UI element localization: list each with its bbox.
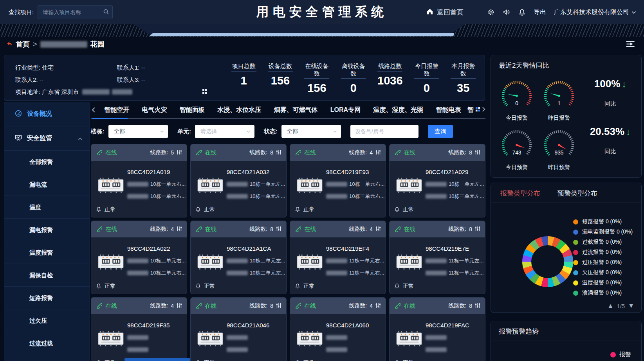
device-type-tab[interactable]: 智能电表 xyxy=(432,106,465,114)
stat-value: 0 xyxy=(350,82,357,95)
page-up-icon[interactable]: ▲ xyxy=(607,302,613,309)
status-select[interactable]: 全部 xyxy=(281,125,341,138)
project-search-input[interactable] xyxy=(38,9,125,15)
horizontal-scrollbar-thumb[interactable] xyxy=(124,358,190,361)
gauge: 1 昨日报警 xyxy=(538,78,580,122)
device-card[interactable]: 在线 线路数: 8 98CC4D21A029 10栋三单元左... 10栋三单元… xyxy=(389,144,485,217)
sliders-icon[interactable] xyxy=(375,226,381,233)
back-home-button[interactable]: 返回首页 xyxy=(426,8,464,17)
device-card[interactable]: 在线 线路数: 8 98CC4D21A032 10栋一单元左... 10栋一单元… xyxy=(190,144,287,217)
lines-label: 线路数: xyxy=(249,149,267,156)
lines-count: 8 xyxy=(270,303,273,309)
gauge-grid: 0 今日报警 1 昨日报警 xyxy=(496,78,584,171)
tab-scroll-left-icon[interactable] xyxy=(91,107,96,113)
bell-icon[interactable] xyxy=(518,9,526,16)
home-icon xyxy=(426,8,434,17)
stat-value: 35 xyxy=(457,82,469,95)
device-card[interactable]: 在线 线路数: 8 98CC4D219E7E 11栋一单元左... 11栋一单元… xyxy=(389,221,485,294)
stat-label: 设备总数 xyxy=(268,62,293,72)
sliders-icon[interactable] xyxy=(375,303,381,309)
legend-dot xyxy=(573,260,578,265)
sidebar-subitem[interactable]: 漏电流 xyxy=(4,173,90,196)
sidebar-subitem[interactable]: 温度报警 xyxy=(4,241,90,264)
circuit-breaker-image xyxy=(197,177,224,195)
device-type-tab[interactable]: 智能空开 xyxy=(100,106,133,114)
sidebar-item-device-overview[interactable]: 设备概况 xyxy=(4,102,90,126)
collapse-panel-icon[interactable] xyxy=(626,41,635,49)
lines-count: 5 xyxy=(171,149,174,156)
device-card[interactable]: 在线 线路数: 4 98CC4D219F35 正常 xyxy=(91,297,187,361)
type-distribution-panel: 报警类型分布 预警类型分布 短路报警 0 (0%) 漏电监测报警 0 (0%) … xyxy=(491,183,642,313)
gear-icon[interactable] xyxy=(487,8,495,16)
sliders-icon[interactable] xyxy=(475,303,480,309)
device-card[interactable]: 在线 线路数: 4 98CC4D21A060 正常 xyxy=(290,297,386,361)
device-type-tab[interactable]: 温度、湿度、光照 xyxy=(369,106,427,114)
device-number-input[interactable] xyxy=(350,125,419,138)
device-card[interactable]: 在线 线路数: 8 98CC4D21A1CA 10栋二单元左... 10栋二单元… xyxy=(190,221,287,294)
breadcrumb-home[interactable]: 首页 xyxy=(16,40,30,49)
sliders-icon[interactable] xyxy=(276,149,281,156)
tab-more[interactable]: 智 xyxy=(467,106,485,114)
page-down-icon[interactable]: ▼ xyxy=(628,302,634,309)
sidebar-subitem[interactable]: 过欠压 xyxy=(4,309,90,332)
legend-item: 温度报警 0 (0%) xyxy=(573,278,633,288)
sidebar-subitem[interactable]: 温度 xyxy=(4,196,90,218)
device-card[interactable]: 在线 线路数: 4 98CC4D219EF4 11栋一单元右... 11栋一单元… xyxy=(290,221,386,294)
sliders-icon[interactable] xyxy=(177,149,182,156)
device-type-tab[interactable]: 水浸、水位水压 xyxy=(213,106,265,114)
stat-label: 项目总数 xyxy=(231,62,256,72)
gauge: 0 今日报警 xyxy=(496,78,538,122)
sidebar-subitem[interactable]: 漏保自检 xyxy=(4,264,90,286)
sliders-icon[interactable] xyxy=(475,149,480,156)
status-select-value: 全部 xyxy=(287,128,298,135)
sidebar-item-label: 安全监管 xyxy=(27,134,52,142)
tab-warning-distribution[interactable]: 预警类型分布 xyxy=(557,189,597,198)
grid-icon[interactable] xyxy=(202,89,207,96)
sidebar-subitem[interactable]: 漏电报警 xyxy=(4,218,90,241)
device-card[interactable]: 在线 线路数: 4 98CC4D21A022 10栋二单元右... 10栋二单元… xyxy=(91,221,187,294)
alarm-legend: 短路报警 0 (0%) 漏电监测报警 0 (0%) 过载报警 0 (0%) 过流… xyxy=(573,217,633,298)
gauge: 743 今日预警 xyxy=(496,127,538,171)
device-card[interactable]: 在线 线路数: 4 98CC4D219E93 10栋三单元右... 10栋三单元… xyxy=(290,144,386,217)
sliders-icon[interactable] xyxy=(276,226,281,233)
circuit-breaker-image xyxy=(97,177,124,195)
tab-more-label: 智 xyxy=(467,106,474,114)
device-card-footer: 正常 xyxy=(295,359,314,361)
tab-underline xyxy=(91,118,485,119)
bell-icon xyxy=(96,360,101,361)
sliders-icon[interactable] xyxy=(177,303,182,309)
device-type-tab[interactable]: 烟雾、可燃气体 xyxy=(270,106,321,114)
device-card[interactable]: 在线 线路数: 8 98CC4D21A046 正常 xyxy=(190,297,287,361)
tab-alarm-distribution[interactable]: 报警类型分布 xyxy=(500,189,540,198)
device-type-tab[interactable]: 智能面板 xyxy=(176,106,209,114)
sliders-icon[interactable] xyxy=(375,149,381,156)
back-arrow-icon[interactable] xyxy=(5,40,13,49)
sidebar-subitem[interactable]: 短路报警 xyxy=(4,286,90,309)
export-button[interactable]: 导出 xyxy=(534,8,546,16)
project-search-box[interactable] xyxy=(38,5,113,19)
device-card-footer: 正常 xyxy=(394,283,414,290)
query-button[interactable]: 查询 xyxy=(428,125,453,138)
company-dropdown[interactable]: 广东艾科技术股份有限公司 xyxy=(554,8,636,16)
device-type-tab[interactable]: LORA专网 xyxy=(327,106,364,114)
bell-icon xyxy=(96,283,101,290)
sliders-icon[interactable] xyxy=(475,226,480,233)
alarm-donut xyxy=(522,236,573,287)
speaker-icon[interactable] xyxy=(503,8,511,16)
unit-filter-label: 单元: xyxy=(177,128,191,135)
device-card[interactable]: 在线 线路数: 8 98CC4D219FAC 正常 xyxy=(389,297,485,361)
building-select[interactable]: 全部 xyxy=(108,125,168,138)
sidebar-subitem[interactable]: 过流过载 xyxy=(4,332,90,354)
tab-scroll-right-icon[interactable] xyxy=(482,106,485,113)
sidebar-item-safety-monitor[interactable]: 安全监管 xyxy=(4,126,90,151)
device-type-tab[interactable]: 电气火灾 xyxy=(138,106,171,114)
stat-item: 本月报警数 35 xyxy=(451,62,476,95)
sliders-icon[interactable] xyxy=(276,303,281,309)
search-icon[interactable] xyxy=(103,9,109,16)
breadcrumb-project: 花园 xyxy=(90,40,105,49)
sidebar-subitem[interactable]: 全部报警 xyxy=(4,151,90,173)
device-card[interactable]: 在线 线路数: 5 98CC4D21A019 10栋一单元右... 10栋一单元… xyxy=(91,144,187,217)
unit-select[interactable]: 请选择 xyxy=(195,125,254,138)
legend-label: 短路报警 0 (0%) xyxy=(582,218,622,225)
sliders-icon[interactable] xyxy=(177,226,182,233)
